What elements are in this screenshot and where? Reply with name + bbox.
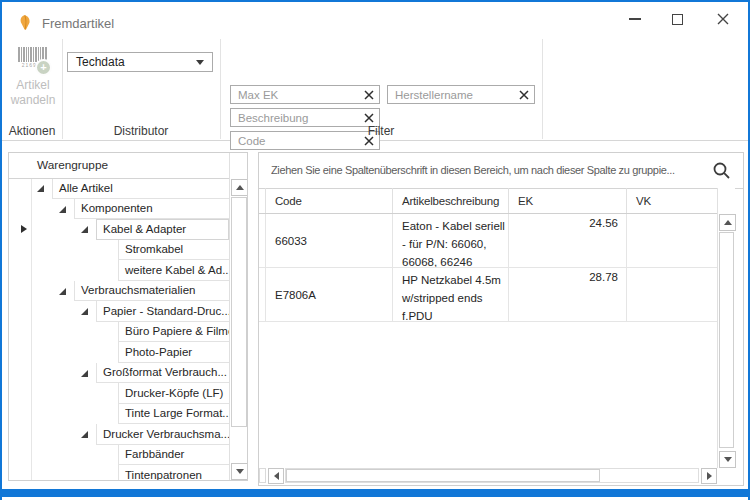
tree-item-farbbander[interactable]: Farbbänder <box>9 445 229 466</box>
grid-row-e7806a[interactable]: E7806AHP Netzkabel 4.5mw/stripped endsf.… <box>259 268 717 322</box>
filter-max-ek-input[interactable] <box>231 86 379 103</box>
titlebar[interactable]: Fremdartikel <box>2 2 748 33</box>
distributor-value: Techdata <box>76 55 125 69</box>
artikel-wandeln-button[interactable]: 216912 + Artikel wandeln <box>4 47 62 123</box>
tree-item-cell: Drucker-Köpfe (LF) <box>118 383 229 404</box>
arrow-up-icon <box>236 185 244 190</box>
tree-item-drucker-kopfe-lf[interactable]: Drucker-Köpfe (LF) <box>9 383 229 404</box>
scroll-down-button[interactable] <box>719 451 736 468</box>
maximize-button[interactable] <box>660 6 694 32</box>
tree-item-cell: Tintenpatronen <box>118 465 229 480</box>
cell-code: E7806A <box>266 268 393 322</box>
clear-filter-icon[interactable] <box>362 111 376 125</box>
tree-item-label: Tintenpatronen <box>125 469 202 480</box>
grid-indicator-header <box>259 188 266 213</box>
expand-icon[interactable] <box>81 308 88 315</box>
distributor-combobox[interactable]: Techdata <box>67 52 213 72</box>
expand-icon[interactable] <box>81 370 88 377</box>
expand-icon[interactable] <box>59 206 66 213</box>
arrow-down-icon <box>236 469 244 474</box>
expand-icon[interactable] <box>59 288 66 295</box>
warengruppe-tree-panel: Warengruppe Alle ArtikelKomponentenKabel… <box>8 152 248 481</box>
tree-item-label: Papier - Standard-Druc... <box>103 305 229 317</box>
tree-item-alle-artikel[interactable]: Alle Artikel <box>9 178 229 199</box>
tree-item-gro-format-verbrauch[interactable]: Großformat Verbrauch... <box>9 363 229 384</box>
tree-item-label: Tinte Large Format... <box>125 407 229 419</box>
search-icon[interactable] <box>712 161 731 180</box>
scroll-up-button[interactable] <box>231 179 248 196</box>
cell-vk <box>627 214 717 268</box>
tree-vertical-scrollbar[interactable] <box>229 153 248 480</box>
clear-filter-icon[interactable] <box>362 88 376 102</box>
tree-item-label: Büro Papiere & Filme <box>125 325 229 337</box>
tree-item-weitere-kabel-ad[interactable]: weitere Kabel & Ad... <box>9 260 229 281</box>
tree-item-komponenten[interactable]: Komponenten <box>9 199 229 220</box>
cell-ek: 28.78 <box>509 268 627 322</box>
window-bottom-accent <box>2 489 748 497</box>
group-separator <box>542 39 543 139</box>
tree-item-kabel-adapter[interactable]: Kabel & Adapter <box>9 219 229 240</box>
tree-item-photo-papier[interactable]: Photo-Papier <box>9 342 229 363</box>
column-header-artikelbeschreibung[interactable]: Artikelbeschreibung <box>393 188 509 213</box>
scrollbar-thumb[interactable] <box>231 197 247 427</box>
tree-item-label: Komponenten <box>81 202 153 214</box>
tree-item-label: Drucker Verbrauchsma... <box>103 428 229 440</box>
scroll-right-button[interactable] <box>701 468 717 484</box>
row-indicator-cell <box>259 214 266 268</box>
grid-horizontal-scrollbar[interactable] <box>259 468 717 484</box>
column-header-code[interactable]: Code <box>266 188 393 213</box>
scrollbar-corner <box>259 468 266 483</box>
filter-herstellername-input[interactable] <box>388 86 534 103</box>
scrollbar-thumb[interactable] <box>286 469 600 482</box>
scroll-up-button[interactable] <box>719 214 736 231</box>
barcode-add-icon: 216912 + <box>16 47 50 73</box>
column-header-vk[interactable]: VK <box>627 188 717 213</box>
filter-max-ek-field <box>230 85 380 104</box>
scroll-down-button[interactable] <box>231 463 248 480</box>
tree-item-verbrauchsmaterialien[interactable]: Verbrauchsmaterialien <box>9 281 229 302</box>
tree-item-buro-papiere-filme[interactable]: Büro Papiere & Filme <box>9 322 229 343</box>
expand-icon[interactable] <box>81 431 88 438</box>
tree-rows: Alle ArtikelKomponentenKabel & AdapterSt… <box>9 178 229 480</box>
clear-filter-icon[interactable] <box>517 88 531 102</box>
tree-item-papier-standard-druc[interactable]: Papier - Standard-Druc... <box>9 301 229 322</box>
tree-item-cell: Papier - Standard-Druc... <box>96 301 229 322</box>
tree-item-drucker-verbrauchsma[interactable]: Drucker Verbrauchsma... <box>9 424 229 445</box>
expand-icon[interactable] <box>37 185 44 192</box>
ribbon: 216912 + Artikel wandeln Techdata Aktion… <box>2 33 748 141</box>
tree-item-label: weitere Kabel & Ad... <box>125 264 229 276</box>
grid-row-66033[interactable]: 66033Eaton - Kabel seriell- für P/N: 660… <box>259 214 717 268</box>
tree-item-label: Farbbänder <box>125 448 184 460</box>
group-by-hint: Ziehen Sie eine Spaltenüberschrift in di… <box>271 164 697 176</box>
group-label-filter: Filter <box>220 124 542 138</box>
group-label-distributor: Distributor <box>62 124 220 138</box>
group-label-aktionen: Aktionen <box>2 124 62 138</box>
arrow-up-icon <box>724 220 732 225</box>
window-title: Fremdartikel <box>42 16 114 31</box>
tree-item-tinte-large-format[interactable]: Tinte Large Format... <box>9 404 229 425</box>
tree-item-cell: Farbbänder <box>118 445 229 466</box>
tree-item-cell: Drucker Verbrauchsma... <box>96 424 229 445</box>
tree-header-label: Warengruppe <box>37 158 108 172</box>
tree-item-cell: weitere Kabel & Ad... <box>118 260 229 281</box>
artikel-wandeln-label: Artikel wandeln <box>4 78 62 108</box>
cell-ek: 24.56 <box>509 214 627 268</box>
group-by-panel[interactable]: Ziehen Sie eine Spaltenüberschrift in di… <box>259 153 743 189</box>
grid-vertical-scrollbar[interactable] <box>717 188 735 468</box>
tree-item-cell: Kabel & Adapter <box>96 219 229 240</box>
scroll-left-button[interactable] <box>268 468 284 484</box>
cell-code: 66033 <box>266 214 393 268</box>
expand-icon[interactable] <box>81 226 88 233</box>
scrollbar-thumb[interactable] <box>719 232 734 448</box>
grid-rows: 66033Eaton - Kabel seriell- für P/N: 660… <box>259 214 717 468</box>
column-header-ek[interactable]: EK <box>509 188 627 213</box>
tree-item-stromkabel[interactable]: Stromkabel <box>9 240 229 261</box>
minimize-button[interactable] <box>618 6 652 32</box>
tree-item-tintenpatronen[interactable]: Tintenpatronen <box>9 465 229 480</box>
tree-header[interactable]: Warengruppe <box>9 153 247 179</box>
close-button[interactable] <box>706 6 740 32</box>
tree-item-cell: Komponenten <box>74 199 229 220</box>
minimize-icon <box>629 18 641 20</box>
cell-artikelbeschreibung: HP Netzkabel 4.5mw/stripped endsf.PDU <box>393 268 509 322</box>
tree-item-label: Drucker-Köpfe (LF) <box>125 387 223 399</box>
